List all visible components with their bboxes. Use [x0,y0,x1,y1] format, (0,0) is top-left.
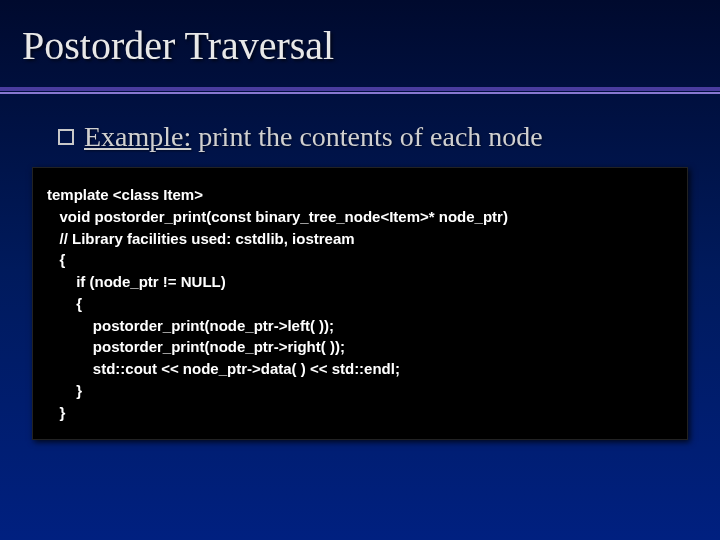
code-line: std::cout << node_ptr->data( ) << std::e… [47,358,671,380]
code-line: { [47,249,671,271]
code-line: // Library facilities used: cstdlib, ios… [47,228,671,250]
square-bullet-icon [58,129,74,145]
code-line: } [47,380,671,402]
code-line: void postorder_print(const binary_tree_n… [47,206,671,228]
code-line: { [47,293,671,315]
code-block: template <class Item> void postorder_pri… [32,167,688,440]
bullet-item: Example: print the contents of each node [58,121,720,153]
code-line: postorder_print(node_ptr->right( )); [47,336,671,358]
bullet-label-underlined: Example: [84,121,191,152]
code-line: } [47,402,671,424]
divider [0,87,720,97]
code-line: template <class Item> [47,184,671,206]
slide-title: Postorder Traversal [0,0,720,69]
bullet-label-rest: print the contents of each node [191,121,542,152]
code-line: postorder_print(node_ptr->left( )); [47,315,671,337]
code-line: if (node_ptr != NULL) [47,271,671,293]
